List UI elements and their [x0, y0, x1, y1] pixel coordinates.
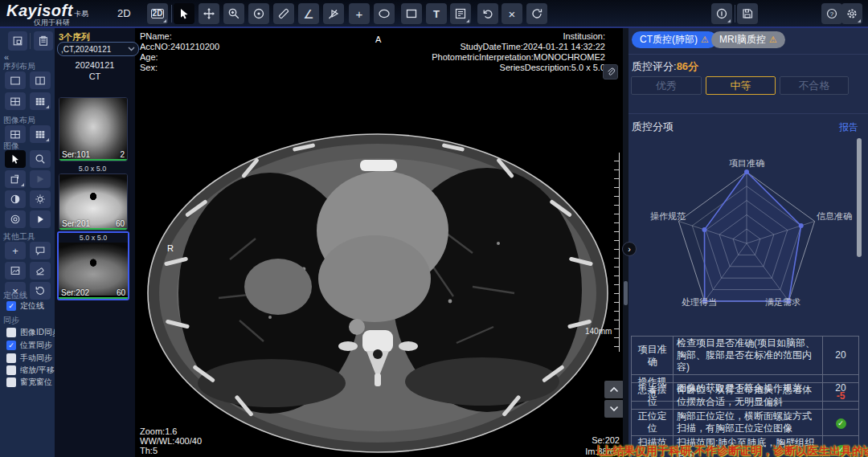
- qc-table-row: 项目准确检查项目是否准确(项目如脑部、胸部、腹部是否在标准的范围内容)20: [632, 337, 859, 375]
- checkbox-localizer-line[interactable]: ✓ 定位线: [6, 300, 44, 312]
- brand-name: Kayisoft: [6, 2, 73, 19]
- layout-3x3-button[interactable]: [30, 92, 51, 110]
- checkbox-zoom-pan-sync[interactable]: ✓ 缩放/平移: [6, 365, 55, 376]
- rotate-reset-icon: [530, 7, 543, 20]
- section-title: 定位线: [3, 290, 27, 301]
- image-tool-target-button[interactable]: [5, 210, 26, 228]
- tool-undo-button[interactable]: [477, 3, 498, 24]
- tool-2d-button[interactable]: 2D: [147, 3, 168, 24]
- photometric-interpretation: PhotometricInterpretation:MONOCHROME2: [432, 52, 605, 63]
- mode-label: 2D: [117, 7, 131, 19]
- orientation-right-label: R: [167, 243, 174, 253]
- 2d-icon: 2D: [151, 9, 165, 18]
- image-tool-magnifier-button[interactable]: [30, 150, 51, 168]
- tool-window-level-button[interactable]: [248, 3, 269, 24]
- magnifier-plus-icon: [227, 7, 240, 20]
- tool-zoom-button[interactable]: [223, 3, 244, 24]
- image-tool-cine-play-button[interactable]: [30, 210, 51, 228]
- disclaimer-text: 以上结果仅用于科研,不作诊断证明，诊断以医生出具的诊断: [597, 444, 868, 457]
- checkbox-position-sync[interactable]: ✓ 位置同步: [6, 340, 52, 351]
- image-tool-rotate-crop-button[interactable]: [5, 170, 26, 188]
- series-thumbnail-101[interactable]: Ser:101 2: [59, 97, 128, 161]
- settings-button[interactable]: [841, 3, 862, 24]
- contrast-icon: [10, 194, 21, 205]
- svg-text:?: ?: [830, 10, 834, 18]
- series-thumbnail-header: 5.0 x 5.0: [59, 164, 126, 173]
- angle-icon: ∠: [303, 8, 313, 20]
- qc-item-score: 20: [823, 337, 859, 375]
- layout-2x2-button[interactable]: [5, 92, 26, 110]
- grade-medium-button[interactable]: 中等: [706, 76, 776, 95]
- grade-excellent-button[interactable]: 优秀: [631, 76, 702, 95]
- sidebar-separator: [30, 33, 31, 49]
- save-button[interactable]: [737, 3, 758, 24]
- radar-label: 信息准确: [817, 210, 852, 222]
- series-number: Ser:202: [61, 288, 89, 297]
- tool-cobb-angle-button[interactable]: [323, 3, 344, 24]
- tool-crosshair-button[interactable]: +: [349, 3, 370, 24]
- image-tool-brightness-button[interactable]: [30, 190, 51, 208]
- image-tool-cursor-button[interactable]: [5, 150, 26, 168]
- checkbox-label: 缩放/平移: [20, 365, 55, 376]
- image-count: 60: [116, 219, 125, 228]
- tool-angle-button[interactable]: ∠: [298, 3, 319, 24]
- checkbox-image-id-sync[interactable]: ✓ 图像ID同步: [6, 327, 60, 338]
- checkbox-window-sync[interactable]: ✓ 窗宽窗位: [6, 377, 52, 388]
- tool-length-button[interactable]: [273, 3, 294, 24]
- series-thumbnail-201[interactable]: Ser:201 60: [59, 173, 128, 231]
- comment-bubble-icon: [35, 245, 46, 256]
- other-tool-reset-button[interactable]: [30, 282, 51, 300]
- layout-1x2-button[interactable]: [30, 71, 51, 89]
- scroll-down-button[interactable]: [604, 400, 623, 418]
- series-panel: 3个序列 ,CT,20240121 20240121 CT Ser:101 2 …: [55, 28, 135, 457]
- study-select[interactable]: ,CT,20240121: [57, 42, 139, 56]
- accession-number: AccNO:2401210200: [140, 42, 219, 52]
- viewport-scrollbar-thumb[interactable]: [624, 281, 628, 305]
- checkbox-manual-sync[interactable]: ✓ 手动同步: [6, 353, 52, 364]
- tool-annotation-button[interactable]: [450, 3, 471, 24]
- snapshot-image-icon: [10, 265, 21, 276]
- layout-3x3-icon: [35, 129, 46, 140]
- image-tool-invert-button[interactable]: [5, 190, 26, 208]
- tool-text-button[interactable]: T: [426, 3, 447, 24]
- tab-ct-qc[interactable]: CT质控(肺部) ⚠: [632, 31, 717, 48]
- layout-3x3-icon: [35, 96, 46, 107]
- tool-rectangle-button[interactable]: [401, 3, 422, 24]
- sidebar-report-button[interactable]: [34, 31, 53, 51]
- other-tool-comment-button[interactable]: [30, 242, 51, 259]
- other-tool-add-button[interactable]: +: [5, 242, 26, 259]
- zoom-factor: Zoom:1.6: [140, 426, 202, 436]
- expand-panel-button[interactable]: ›: [622, 242, 637, 256]
- window-level-icon: [252, 7, 265, 20]
- section-title: 序列布局: [3, 61, 35, 72]
- help-button[interactable]: ?: [821, 3, 842, 24]
- study-group-modality: CT: [55, 71, 135, 81]
- image-tool-flip-button[interactable]: [30, 170, 51, 188]
- report-link[interactable]: 报告: [839, 120, 858, 134]
- scale-ruler-label: 140mm: [585, 327, 612, 336]
- sidebar-layout-button[interactable]: [8, 31, 27, 51]
- scroll-up-button[interactable]: [604, 381, 623, 398]
- tool-ellipse-button[interactable]: [374, 3, 395, 24]
- radar-label: 处理得当: [682, 296, 717, 308]
- attach-link-button[interactable]: [603, 64, 618, 80]
- grade-fail-button[interactable]: 不合格: [780, 76, 849, 95]
- tool-pan-button[interactable]: [199, 3, 219, 24]
- image-viewport[interactable]: PName: AccNO:2401210200 Age: Sex: Instit…: [135, 28, 623, 457]
- tab-mri-qc[interactable]: MRI脑质控 ⚠: [711, 31, 785, 48]
- other-tool-snapshot-button[interactable]: [5, 262, 26, 280]
- plus-icon: +: [356, 8, 363, 20]
- info-button[interactable]: [711, 3, 732, 24]
- chevron-down-icon: [128, 47, 135, 51]
- tool-reset-button[interactable]: [526, 3, 547, 24]
- image-layout-3x3-button[interactable]: [30, 125, 51, 143]
- radar-label: 项目准确: [714, 157, 779, 169]
- checkbox-label: 位置同步: [20, 340, 52, 351]
- series-thumbnail-202-selected[interactable]: 5.0 x 5.0 Ser:202 60: [57, 231, 129, 300]
- other-tool-eraser-button[interactable]: [30, 262, 51, 280]
- layout-1x1-button[interactable]: [5, 71, 26, 89]
- tool-cursor-button[interactable]: [174, 3, 194, 24]
- sun-icon: [35, 194, 46, 205]
- study-select-value: ,CT,20240121: [61, 45, 111, 54]
- tool-delete-button[interactable]: ×: [502, 3, 522, 24]
